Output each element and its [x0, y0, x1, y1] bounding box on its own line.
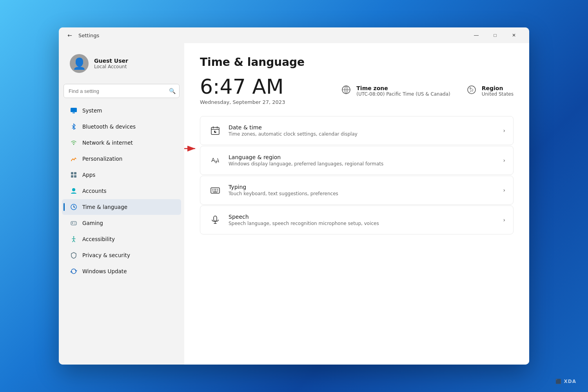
gaming-icon: [70, 219, 78, 227]
svg-rect-5: [71, 175, 73, 178]
settings-item-language[interactable]: A a Language & region Windows display la…: [200, 146, 514, 175]
network-icon: [70, 139, 78, 147]
svg-point-2: [73, 144, 74, 145]
timezone-label: Time zone: [356, 85, 450, 91]
current-date: Wednesday, September 27, 2023: [200, 99, 285, 105]
user-info: Guest User Local Account: [94, 58, 128, 69]
language-icon: A a: [208, 153, 222, 167]
timezone-block: Time zone (UTC-08:00) Pacific Time (US &…: [341, 84, 450, 97]
language-chevron: ›: [503, 157, 505, 163]
page-title: Time & language: [200, 56, 514, 69]
sidebar-item-personalization[interactable]: Personalization: [62, 151, 181, 167]
datetime-text: Date & time Time zones, automatic clock …: [229, 124, 503, 137]
settings-item-speech[interactable]: Speech Speech language, speech recogniti…: [200, 205, 514, 234]
speech-text: Speech Speech language, speech recogniti…: [229, 214, 503, 226]
datetime-chevron: ›: [503, 127, 505, 134]
accounts-icon: [70, 187, 78, 195]
search-box: 🔍: [64, 84, 180, 98]
close-button[interactable]: ✕: [505, 29, 523, 42]
apps-icon: [70, 171, 78, 179]
typing-desc: Touch keyboard, text suggestions, prefer…: [229, 191, 503, 196]
time-header-row: 6:47 AM Wednesday, September 27, 2023: [200, 76, 514, 105]
language-title: Language & region: [229, 154, 503, 160]
sidebar-item-accessibility[interactable]: Accessibility: [62, 231, 181, 247]
sidebar-item-accounts[interactable]: Accounts: [62, 183, 181, 199]
sidebar-label-gaming: Gaming: [82, 220, 103, 226]
bluetooth-icon: [70, 123, 78, 131]
speech-desc: Speech language, speech recognition micr…: [229, 221, 503, 226]
region-value: United States: [482, 91, 514, 97]
sidebar-label-bluetooth: Bluetooth & devices: [82, 123, 136, 130]
privacy-icon: [70, 251, 78, 259]
datetime-desc: Time zones, automatic clock settings, ca…: [229, 131, 503, 137]
settings-list: Date & time Time zones, automatic clock …: [200, 116, 514, 234]
speech-title: Speech: [229, 214, 503, 220]
typing-icon: [208, 183, 222, 197]
svg-point-7: [72, 188, 75, 191]
time-info-blocks: Time zone (UTC-08:00) Pacific Time (US &…: [341, 84, 514, 97]
svg-point-12: [74, 222, 75, 223]
svg-rect-3: [71, 172, 73, 174]
sidebar-item-apps[interactable]: Apps: [62, 167, 181, 183]
sidebar: 👤 Guest User Local Account 🔍: [59, 43, 184, 365]
time-icon: [70, 203, 78, 211]
sidebar-label-accounts: Accounts: [82, 188, 107, 194]
xda-watermark: ⬛ XDA: [555, 379, 576, 384]
search-input[interactable]: [64, 84, 180, 98]
sidebar-item-network[interactable]: Network & internet: [62, 135, 181, 151]
datetime-title: Date & time: [229, 124, 503, 131]
sidebar-item-bluetooth[interactable]: Bluetooth & devices: [62, 119, 181, 134]
region-label: Region: [482, 85, 514, 91]
main-content: Time & language 6:47 AM Wednesday, Septe…: [184, 43, 529, 365]
settings-window: ← Settings — □ ✕ 👤 Guest User Local Acco…: [59, 27, 529, 365]
speech-icon: [208, 213, 222, 227]
user-profile[interactable]: 👤 Guest User Local Account: [62, 48, 181, 81]
back-button[interactable]: ←: [65, 31, 74, 40]
svg-rect-30: [211, 188, 220, 193]
personalization-icon: [70, 155, 78, 163]
svg-line-18: [74, 240, 75, 242]
content-area: 👤 Guest User Local Account 🔍: [59, 43, 529, 365]
svg-rect-38: [214, 216, 217, 221]
sidebar-label-system: System: [82, 107, 102, 114]
user-type: Local Account: [94, 64, 128, 69]
sidebar-item-update[interactable]: Windows Update: [62, 263, 181, 279]
language-text: Language & region Windows display langua…: [229, 154, 503, 167]
settings-item-datetime[interactable]: Date & time Time zones, automatic clock …: [200, 116, 514, 145]
user-avatar-icon: 👤: [73, 57, 86, 70]
svg-point-23: [468, 86, 475, 94]
region-icon: [466, 84, 477, 97]
typing-title: Typing: [229, 184, 503, 190]
region-block: Region United States: [466, 84, 514, 97]
sidebar-item-privacy[interactable]: Privacy & security: [62, 247, 181, 263]
minimize-button[interactable]: —: [467, 29, 485, 42]
sidebar-item-gaming[interactable]: Gaming: [62, 215, 181, 231]
search-icon: 🔍: [169, 88, 176, 94]
current-time: 6:47 AM: [200, 76, 285, 97]
sidebar-label-time: Time & language: [82, 204, 127, 210]
typing-chevron: ›: [503, 187, 505, 193]
svg-rect-0: [71, 108, 77, 112]
timezone-text: Time zone (UTC-08:00) Pacific Time (US &…: [356, 85, 450, 97]
sidebar-label-accessibility: Accessibility: [82, 236, 115, 242]
title-bar: ← Settings — □ ✕: [59, 27, 529, 43]
region-text: Region United States: [482, 85, 514, 97]
svg-point-14: [73, 236, 74, 238]
timezone-icon: [341, 84, 352, 97]
settings-item-typing[interactable]: Typing Touch keyboard, text suggestions,…: [200, 176, 514, 205]
user-name: Guest User: [94, 58, 128, 64]
avatar: 👤: [70, 54, 89, 73]
window-title: Settings: [78, 33, 99, 38]
system-icon: [70, 107, 78, 114]
maximize-button[interactable]: □: [486, 29, 504, 42]
sidebar-item-system[interactable]: System: [62, 103, 181, 118]
svg-point-13: [74, 223, 75, 224]
sidebar-item-time[interactable]: Time & language: [62, 199, 181, 215]
datetime-icon: [208, 123, 222, 138]
timezone-value: (UTC-08:00) Pacific Time (US & Canada): [356, 91, 450, 97]
sidebar-label-personalization: Personalization: [82, 156, 122, 162]
svg-rect-6: [74, 175, 76, 178]
window-controls: — □ ✕: [467, 29, 523, 42]
accessibility-icon: [70, 235, 78, 243]
nav-list: System Bluetooth & devices: [59, 103, 184, 279]
